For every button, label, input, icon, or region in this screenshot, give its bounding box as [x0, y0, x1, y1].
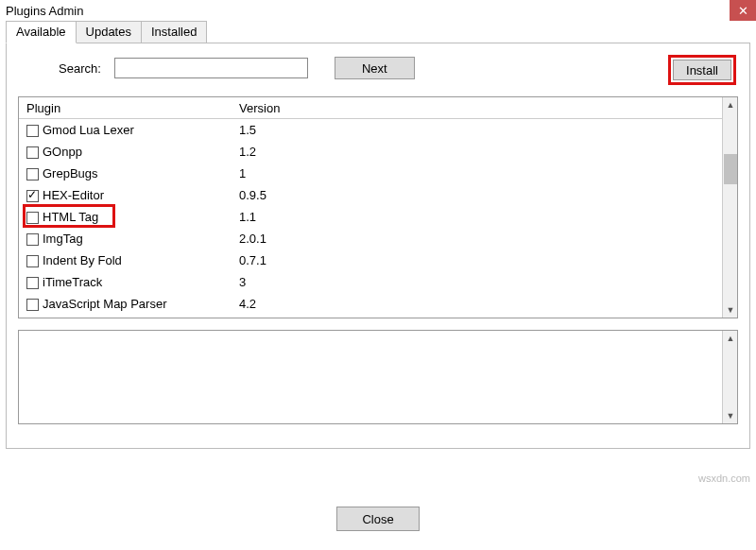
table-row[interactable]: JavaScript Map Parser4.2 [19, 293, 737, 315]
plugin-name: JavaScript Map Parser [43, 297, 167, 311]
table-row[interactable]: GrepBugs1 [19, 163, 737, 184]
plugin-version: 2.0.1 [232, 232, 737, 246]
plugin-list: Plugin Version Gmod Lua Lexer1.5GOnpp1.2… [18, 96, 738, 318]
plugin-version: 1.5 [232, 123, 737, 137]
close-icon: ✕ [738, 4, 748, 18]
list-header: Plugin Version [19, 97, 737, 119]
plugin-name: GrepBugs [43, 166, 98, 180]
window-title: Plugins Admin [6, 4, 83, 18]
plugin-version: 4.2 [232, 297, 737, 311]
plugin-name: HEX-Editor [43, 188, 104, 202]
table-row[interactable]: Gmod Lua Lexer1.5 [19, 119, 737, 141]
plugin-name: Indent By Fold [43, 253, 122, 267]
search-row: Search: Next Install [7, 49, 749, 96]
column-version[interactable]: Version [232, 101, 737, 115]
plugin-version: 0.7.1 [232, 253, 737, 267]
plugin-version: 1 [232, 166, 737, 180]
tab-updates[interactable]: Updates [76, 21, 142, 43]
column-plugin[interactable]: Plugin [19, 101, 232, 115]
title-bar: Plugins Admin [0, 0, 756, 21]
checkbox[interactable] [26, 255, 39, 267]
plugin-name: HTML Tag [43, 210, 98, 224]
plugin-name: Gmod Lua Lexer [43, 123, 134, 137]
checkbox[interactable] [26, 233, 39, 246]
scroll-up-icon[interactable]: ▲ [723, 331, 738, 346]
checkbox[interactable] [26, 125, 39, 137]
description-box: ▲ ▼ [18, 330, 738, 424]
table-row[interactable]: HTML Tag1.1 [19, 206, 737, 228]
scroll-down-icon[interactable]: ▼ [723, 408, 738, 423]
tab-available[interactable]: Available [6, 21, 77, 43]
scroll-thumb[interactable] [724, 154, 737, 184]
plugin-name: ImgTag [43, 232, 83, 246]
plugin-name: GOnpp [43, 145, 82, 159]
close-button[interactable]: Close [336, 507, 420, 531]
table-row[interactable]: HEX-Editor0.9.5 [19, 184, 737, 206]
watermark: wsxdn.com [698, 473, 750, 484]
install-button[interactable]: Install [673, 60, 731, 80]
checkbox[interactable] [26, 168, 39, 180]
checkbox[interactable] [26, 212, 39, 224]
tab-strip: Available Updates Installed [6, 21, 750, 43]
checkbox[interactable] [26, 277, 39, 289]
table-row[interactable]: iTimeTrack3 [19, 271, 737, 293]
list-body: Gmod Lua Lexer1.5GOnpp1.2GrepBugs1HEX-Ed… [19, 119, 737, 318]
table-row[interactable]: ImgTag2.0.1 [19, 228, 737, 249]
plugin-version: 0.9.5 [232, 188, 737, 202]
footer: Close [0, 507, 756, 531]
desc-scrollbar[interactable]: ▲ ▼ [722, 331, 737, 423]
table-row[interactable]: GOnpp1.2 [19, 141, 737, 163]
scrollbar[interactable]: ▲ ▼ [722, 97, 737, 318]
next-button[interactable]: Next [335, 57, 415, 79]
checkbox[interactable] [26, 299, 39, 311]
tab-panel: Search: Next Install Plugin Version Gmod… [6, 43, 750, 449]
tab-installed[interactable]: Installed [141, 21, 207, 43]
table-row[interactable]: Indent By Fold0.7.1 [19, 249, 737, 271]
scroll-up-icon[interactable]: ▲ [723, 97, 738, 112]
search-input[interactable] [114, 58, 308, 78]
checkbox[interactable] [26, 146, 39, 159]
plugin-version: 1.1 [232, 210, 737, 224]
scroll-down-icon[interactable]: ▼ [723, 302, 738, 318]
plugin-name: iTimeTrack [43, 275, 102, 289]
checkbox[interactable] [26, 190, 39, 202]
plugin-version: 3 [232, 275, 737, 289]
plugin-version: 1.2 [232, 145, 737, 159]
search-label: Search: [59, 61, 101, 76]
window-close-button[interactable]: ✕ [730, 0, 756, 21]
install-highlight: Install [668, 55, 736, 85]
